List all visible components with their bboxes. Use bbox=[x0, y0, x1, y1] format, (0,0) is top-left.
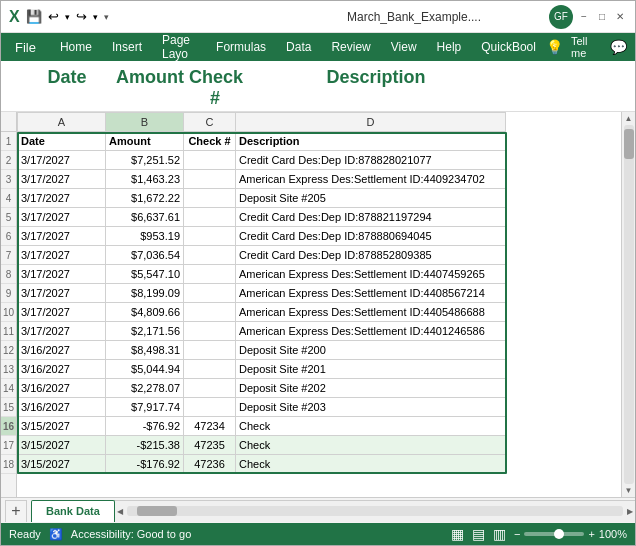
cell-desc-14[interactable]: Deposit Site #202 bbox=[236, 379, 506, 398]
cell-check-5[interactable] bbox=[184, 208, 236, 227]
scroll-left-arrow[interactable]: ◀ bbox=[115, 507, 125, 516]
table-row[interactable]: 3/17/2027$7,036.54Credit Card Des:Dep ID… bbox=[18, 246, 506, 265]
cell-amount-18[interactable]: -$176.92 bbox=[106, 455, 184, 474]
cell-date-2[interactable]: 3/17/2027 bbox=[18, 151, 106, 170]
help-tab[interactable]: Help bbox=[427, 33, 472, 61]
cell-check-1[interactable]: Check # bbox=[184, 132, 236, 151]
cell-check-10[interactable] bbox=[184, 303, 236, 322]
cell-amount-10[interactable]: $4,809.66 bbox=[106, 303, 184, 322]
customize-qat-icon[interactable]: ▾ bbox=[104, 12, 109, 22]
cell-date-17[interactable]: 3/15/2027 bbox=[18, 436, 106, 455]
cell-desc-8[interactable]: American Express Des:Settlement ID:44074… bbox=[236, 265, 506, 284]
cell-check-11[interactable] bbox=[184, 322, 236, 341]
cell-amount-14[interactable]: $2,278.07 bbox=[106, 379, 184, 398]
minimize-button[interactable]: − bbox=[577, 10, 591, 24]
zoom-out-icon[interactable]: − bbox=[514, 528, 520, 540]
cell-amount-5[interactable]: $6,637.61 bbox=[106, 208, 184, 227]
view-tab[interactable]: View bbox=[381, 33, 427, 61]
cell-date-10[interactable]: 3/17/2027 bbox=[18, 303, 106, 322]
cell-date-5[interactable]: 3/17/2027 bbox=[18, 208, 106, 227]
cell-amount-17[interactable]: -$215.38 bbox=[106, 436, 184, 455]
review-tab[interactable]: Review bbox=[321, 33, 380, 61]
table-row[interactable]: 3/16/2027$8,498.31Deposit Site #200 bbox=[18, 341, 506, 360]
cell-check-15[interactable] bbox=[184, 398, 236, 417]
cell-desc-11[interactable]: American Express Des:Settlement ID:44012… bbox=[236, 322, 506, 341]
scroll-thumb[interactable] bbox=[624, 129, 634, 159]
comment-icon[interactable]: 💬 bbox=[610, 39, 627, 55]
table-row[interactable]: 3/16/2027$2,278.07Deposit Site #202 bbox=[18, 379, 506, 398]
cell-desc-5[interactable]: Credit Card Des:Dep ID:878821197294 bbox=[236, 208, 506, 227]
cell-desc-17[interactable]: Check bbox=[236, 436, 506, 455]
user-avatar[interactable]: GF bbox=[549, 5, 573, 29]
page-break-view-icon[interactable]: ▥ bbox=[493, 526, 506, 542]
cell-amount-7[interactable]: $7,036.54 bbox=[106, 246, 184, 265]
cell-date-7[interactable]: 3/17/2027 bbox=[18, 246, 106, 265]
cell-check-17[interactable]: 47235 bbox=[184, 436, 236, 455]
vertical-scrollbar[interactable]: ▲ ▼ bbox=[621, 112, 635, 497]
col-a-header[interactable]: A bbox=[18, 113, 106, 132]
cell-date-4[interactable]: 3/17/2027 bbox=[18, 189, 106, 208]
table-row[interactable]: 3/17/2027$953.19Credit Card Des:Dep ID:8… bbox=[18, 227, 506, 246]
zoom-slider[interactable] bbox=[524, 532, 584, 536]
undo-icon[interactable]: ↩ bbox=[48, 9, 59, 24]
cell-date-18[interactable]: 3/15/2027 bbox=[18, 455, 106, 474]
scroll-track[interactable] bbox=[624, 125, 634, 484]
cell-check-6[interactable] bbox=[184, 227, 236, 246]
home-tab[interactable]: Home bbox=[50, 33, 102, 61]
cell-check-18[interactable]: 47236 bbox=[184, 455, 236, 474]
data-tab[interactable]: Data bbox=[276, 33, 321, 61]
cell-desc-1[interactable]: Description bbox=[236, 132, 506, 151]
redo-dropdown-icon[interactable]: ▾ bbox=[93, 12, 98, 22]
col-b-header[interactable]: B bbox=[106, 113, 184, 132]
cell-check-14[interactable] bbox=[184, 379, 236, 398]
cell-date-12[interactable]: 3/16/2027 bbox=[18, 341, 106, 360]
cell-amount-9[interactable]: $8,199.09 bbox=[106, 284, 184, 303]
maximize-button[interactable]: □ bbox=[595, 10, 609, 24]
horizontal-scrollbar[interactable]: ◀ ▶ bbox=[115, 500, 635, 522]
cell-date-3[interactable]: 3/17/2027 bbox=[18, 170, 106, 189]
cell-check-7[interactable] bbox=[184, 246, 236, 265]
table-row[interactable]: 3/17/2027$7,251.52Credit Card Des:Dep ID… bbox=[18, 151, 506, 170]
cell-amount-1[interactable]: Amount bbox=[106, 132, 184, 151]
add-sheet-button[interactable]: + bbox=[5, 500, 27, 522]
grid-scroll[interactable]: A B C D DateAmountCheck #Description3/17… bbox=[17, 112, 621, 497]
cell-desc-6[interactable]: Credit Card Des:Dep ID:878880694045 bbox=[236, 227, 506, 246]
scroll-up-arrow[interactable]: ▲ bbox=[625, 114, 633, 123]
table-row[interactable]: DateAmountCheck #Description bbox=[18, 132, 506, 151]
table-row[interactable]: 3/17/2027$4,809.66American Express Des:S… bbox=[18, 303, 506, 322]
save-icon[interactable]: 💾 bbox=[26, 9, 42, 24]
cell-date-13[interactable]: 3/16/2027 bbox=[18, 360, 106, 379]
zoom-in-icon[interactable]: + bbox=[588, 528, 594, 540]
table-row[interactable]: 3/15/2027-$176.9247236Check bbox=[18, 455, 506, 474]
cell-date-8[interactable]: 3/17/2027 bbox=[18, 265, 106, 284]
cell-amount-15[interactable]: $7,917.74 bbox=[106, 398, 184, 417]
cell-amount-6[interactable]: $953.19 bbox=[106, 227, 184, 246]
table-row[interactable]: 3/15/2027-$215.3847235Check bbox=[18, 436, 506, 455]
table-row[interactable]: 3/17/2027$1,463.23American Express Des:S… bbox=[18, 170, 506, 189]
cell-desc-9[interactable]: American Express Des:Settlement ID:44085… bbox=[236, 284, 506, 303]
table-row[interactable]: 3/17/2027$2,171.56American Express Des:S… bbox=[18, 322, 506, 341]
bank-data-tab[interactable]: Bank Data bbox=[31, 500, 115, 522]
undo-dropdown-icon[interactable]: ▾ bbox=[65, 12, 70, 22]
cell-date-6[interactable]: 3/17/2027 bbox=[18, 227, 106, 246]
cell-check-9[interactable] bbox=[184, 284, 236, 303]
cell-amount-16[interactable]: -$76.92 bbox=[106, 417, 184, 436]
cell-desc-16[interactable]: Check bbox=[236, 417, 506, 436]
cell-date-16[interactable]: 3/15/2027 bbox=[18, 417, 106, 436]
cell-check-12[interactable] bbox=[184, 341, 236, 360]
formulas-tab[interactable]: Formulas bbox=[206, 33, 276, 61]
cell-amount-8[interactable]: $5,547.10 bbox=[106, 265, 184, 284]
col-c-header[interactable]: C bbox=[184, 113, 236, 132]
redo-icon[interactable]: ↪ bbox=[76, 9, 87, 24]
col-d-header[interactable]: D bbox=[236, 113, 506, 132]
insert-tab[interactable]: Insert bbox=[102, 33, 152, 61]
cell-check-16[interactable]: 47234 bbox=[184, 417, 236, 436]
cell-check-13[interactable] bbox=[184, 360, 236, 379]
cell-desc-10[interactable]: American Express Des:Settlement ID:44054… bbox=[236, 303, 506, 322]
cell-amount-2[interactable]: $7,251.52 bbox=[106, 151, 184, 170]
cell-date-9[interactable]: 3/17/2027 bbox=[18, 284, 106, 303]
h-scroll-track[interactable] bbox=[127, 506, 623, 516]
cell-date-15[interactable]: 3/16/2027 bbox=[18, 398, 106, 417]
cell-check-8[interactable] bbox=[184, 265, 236, 284]
table-row[interactable]: 3/17/2027$1,672.22Deposit Site #205 bbox=[18, 189, 506, 208]
